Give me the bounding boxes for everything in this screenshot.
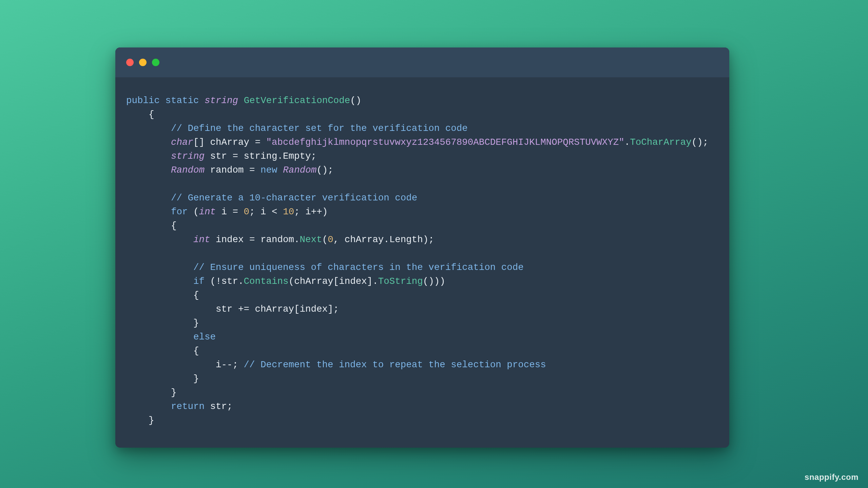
minimize-icon[interactable] bbox=[139, 59, 147, 66]
code-content: public static string GetVerificationCode… bbox=[115, 77, 729, 448]
watermark-label: snappify.com bbox=[805, 472, 859, 482]
code-window: public static string GetVerificationCode… bbox=[115, 47, 729, 448]
window-titlebar bbox=[115, 47, 729, 77]
close-icon[interactable] bbox=[126, 59, 134, 66]
maximize-icon[interactable] bbox=[152, 59, 159, 66]
